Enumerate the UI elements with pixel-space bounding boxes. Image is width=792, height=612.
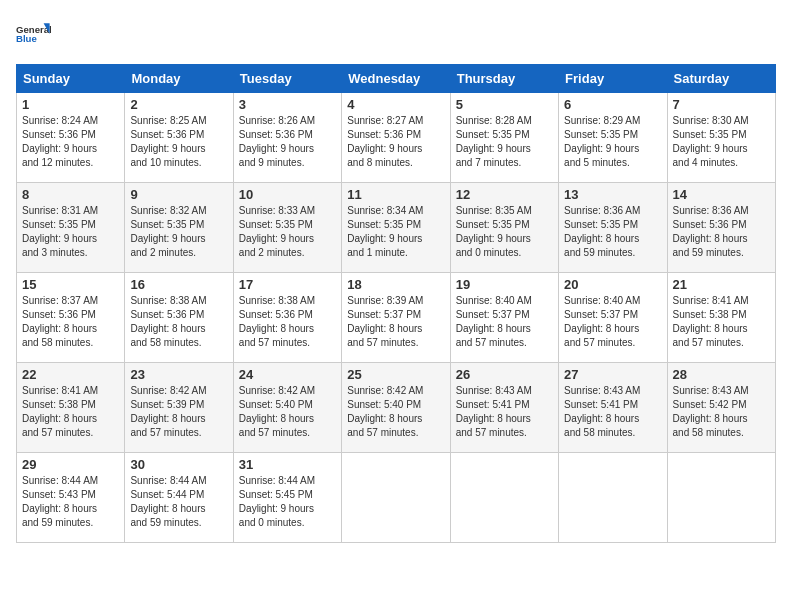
- day-number: 26: [456, 367, 553, 382]
- col-header-monday: Monday: [125, 65, 233, 93]
- day-number: 30: [130, 457, 227, 472]
- col-header-friday: Friday: [559, 65, 667, 93]
- table-row: 2Sunrise: 8:25 AM Sunset: 5:36 PM Daylig…: [125, 93, 233, 183]
- day-number: 20: [564, 277, 661, 292]
- table-row: 30Sunrise: 8:44 AM Sunset: 5:44 PM Dayli…: [125, 453, 233, 543]
- day-number: 31: [239, 457, 336, 472]
- col-header-saturday: Saturday: [667, 65, 775, 93]
- day-info: Sunrise: 8:38 AM Sunset: 5:36 PM Dayligh…: [130, 294, 227, 350]
- table-row: [450, 453, 558, 543]
- day-info: Sunrise: 8:42 AM Sunset: 5:40 PM Dayligh…: [239, 384, 336, 440]
- table-row: 9Sunrise: 8:32 AM Sunset: 5:35 PM Daylig…: [125, 183, 233, 273]
- col-header-wednesday: Wednesday: [342, 65, 450, 93]
- table-row: 20Sunrise: 8:40 AM Sunset: 5:37 PM Dayli…: [559, 273, 667, 363]
- day-info: Sunrise: 8:41 AM Sunset: 5:38 PM Dayligh…: [22, 384, 119, 440]
- day-number: 8: [22, 187, 119, 202]
- day-number: 4: [347, 97, 444, 112]
- table-row: 25Sunrise: 8:42 AM Sunset: 5:40 PM Dayli…: [342, 363, 450, 453]
- table-row: 12Sunrise: 8:35 AM Sunset: 5:35 PM Dayli…: [450, 183, 558, 273]
- table-row: 31Sunrise: 8:44 AM Sunset: 5:45 PM Dayli…: [233, 453, 341, 543]
- calendar-table: SundayMondayTuesdayWednesdayThursdayFrid…: [16, 64, 776, 543]
- table-row: 13Sunrise: 8:36 AM Sunset: 5:35 PM Dayli…: [559, 183, 667, 273]
- table-row: 22Sunrise: 8:41 AM Sunset: 5:38 PM Dayli…: [17, 363, 125, 453]
- day-number: 25: [347, 367, 444, 382]
- day-info: Sunrise: 8:44 AM Sunset: 5:43 PM Dayligh…: [22, 474, 119, 530]
- day-info: Sunrise: 8:32 AM Sunset: 5:35 PM Dayligh…: [130, 204, 227, 260]
- table-row: 21Sunrise: 8:41 AM Sunset: 5:38 PM Dayli…: [667, 273, 775, 363]
- day-number: 16: [130, 277, 227, 292]
- table-row: 3Sunrise: 8:26 AM Sunset: 5:36 PM Daylig…: [233, 93, 341, 183]
- table-row: 23Sunrise: 8:42 AM Sunset: 5:39 PM Dayli…: [125, 363, 233, 453]
- day-number: 19: [456, 277, 553, 292]
- table-row: 18Sunrise: 8:39 AM Sunset: 5:37 PM Dayli…: [342, 273, 450, 363]
- day-number: 6: [564, 97, 661, 112]
- day-info: Sunrise: 8:39 AM Sunset: 5:37 PM Dayligh…: [347, 294, 444, 350]
- table-row: [667, 453, 775, 543]
- day-number: 1: [22, 97, 119, 112]
- day-info: Sunrise: 8:31 AM Sunset: 5:35 PM Dayligh…: [22, 204, 119, 260]
- day-number: 11: [347, 187, 444, 202]
- day-info: Sunrise: 8:37 AM Sunset: 5:36 PM Dayligh…: [22, 294, 119, 350]
- table-row: 15Sunrise: 8:37 AM Sunset: 5:36 PM Dayli…: [17, 273, 125, 363]
- day-number: 22: [22, 367, 119, 382]
- table-row: 14Sunrise: 8:36 AM Sunset: 5:36 PM Dayli…: [667, 183, 775, 273]
- day-info: Sunrise: 8:43 AM Sunset: 5:42 PM Dayligh…: [673, 384, 770, 440]
- table-row: 8Sunrise: 8:31 AM Sunset: 5:35 PM Daylig…: [17, 183, 125, 273]
- table-row: 28Sunrise: 8:43 AM Sunset: 5:42 PM Dayli…: [667, 363, 775, 453]
- table-row: 16Sunrise: 8:38 AM Sunset: 5:36 PM Dayli…: [125, 273, 233, 363]
- day-info: Sunrise: 8:35 AM Sunset: 5:35 PM Dayligh…: [456, 204, 553, 260]
- day-number: 15: [22, 277, 119, 292]
- day-info: Sunrise: 8:40 AM Sunset: 5:37 PM Dayligh…: [456, 294, 553, 350]
- day-number: 18: [347, 277, 444, 292]
- table-row: [342, 453, 450, 543]
- table-row: 1Sunrise: 8:24 AM Sunset: 5:36 PM Daylig…: [17, 93, 125, 183]
- table-row: 6Sunrise: 8:29 AM Sunset: 5:35 PM Daylig…: [559, 93, 667, 183]
- page-header: General Blue: [16, 16, 776, 52]
- col-header-sunday: Sunday: [17, 65, 125, 93]
- day-info: Sunrise: 8:26 AM Sunset: 5:36 PM Dayligh…: [239, 114, 336, 170]
- logo-svg: General Blue: [16, 16, 52, 52]
- day-info: Sunrise: 8:36 AM Sunset: 5:35 PM Dayligh…: [564, 204, 661, 260]
- day-number: 13: [564, 187, 661, 202]
- day-number: 2: [130, 97, 227, 112]
- day-info: Sunrise: 8:30 AM Sunset: 5:35 PM Dayligh…: [673, 114, 770, 170]
- day-number: 28: [673, 367, 770, 382]
- table-row: 27Sunrise: 8:43 AM Sunset: 5:41 PM Dayli…: [559, 363, 667, 453]
- day-number: 29: [22, 457, 119, 472]
- day-info: Sunrise: 8:25 AM Sunset: 5:36 PM Dayligh…: [130, 114, 227, 170]
- col-header-thursday: Thursday: [450, 65, 558, 93]
- day-info: Sunrise: 8:42 AM Sunset: 5:39 PM Dayligh…: [130, 384, 227, 440]
- table-row: 29Sunrise: 8:44 AM Sunset: 5:43 PM Dayli…: [17, 453, 125, 543]
- day-info: Sunrise: 8:43 AM Sunset: 5:41 PM Dayligh…: [456, 384, 553, 440]
- day-info: Sunrise: 8:43 AM Sunset: 5:41 PM Dayligh…: [564, 384, 661, 440]
- day-number: 17: [239, 277, 336, 292]
- day-info: Sunrise: 8:42 AM Sunset: 5:40 PM Dayligh…: [347, 384, 444, 440]
- day-number: 27: [564, 367, 661, 382]
- table-row: 19Sunrise: 8:40 AM Sunset: 5:37 PM Dayli…: [450, 273, 558, 363]
- day-info: Sunrise: 8:44 AM Sunset: 5:45 PM Dayligh…: [239, 474, 336, 530]
- day-info: Sunrise: 8:33 AM Sunset: 5:35 PM Dayligh…: [239, 204, 336, 260]
- day-info: Sunrise: 8:27 AM Sunset: 5:36 PM Dayligh…: [347, 114, 444, 170]
- table-row: 4Sunrise: 8:27 AM Sunset: 5:36 PM Daylig…: [342, 93, 450, 183]
- svg-text:Blue: Blue: [16, 33, 37, 44]
- day-info: Sunrise: 8:34 AM Sunset: 5:35 PM Dayligh…: [347, 204, 444, 260]
- day-info: Sunrise: 8:44 AM Sunset: 5:44 PM Dayligh…: [130, 474, 227, 530]
- day-number: 14: [673, 187, 770, 202]
- table-row: 11Sunrise: 8:34 AM Sunset: 5:35 PM Dayli…: [342, 183, 450, 273]
- day-number: 7: [673, 97, 770, 112]
- day-number: 23: [130, 367, 227, 382]
- day-number: 3: [239, 97, 336, 112]
- col-header-tuesday: Tuesday: [233, 65, 341, 93]
- day-info: Sunrise: 8:29 AM Sunset: 5:35 PM Dayligh…: [564, 114, 661, 170]
- day-info: Sunrise: 8:36 AM Sunset: 5:36 PM Dayligh…: [673, 204, 770, 260]
- day-info: Sunrise: 8:41 AM Sunset: 5:38 PM Dayligh…: [673, 294, 770, 350]
- day-number: 21: [673, 277, 770, 292]
- day-info: Sunrise: 8:24 AM Sunset: 5:36 PM Dayligh…: [22, 114, 119, 170]
- table-row: [559, 453, 667, 543]
- logo: General Blue: [16, 16, 52, 52]
- table-row: 26Sunrise: 8:43 AM Sunset: 5:41 PM Dayli…: [450, 363, 558, 453]
- table-row: 5Sunrise: 8:28 AM Sunset: 5:35 PM Daylig…: [450, 93, 558, 183]
- table-row: 24Sunrise: 8:42 AM Sunset: 5:40 PM Dayli…: [233, 363, 341, 453]
- day-number: 9: [130, 187, 227, 202]
- day-info: Sunrise: 8:38 AM Sunset: 5:36 PM Dayligh…: [239, 294, 336, 350]
